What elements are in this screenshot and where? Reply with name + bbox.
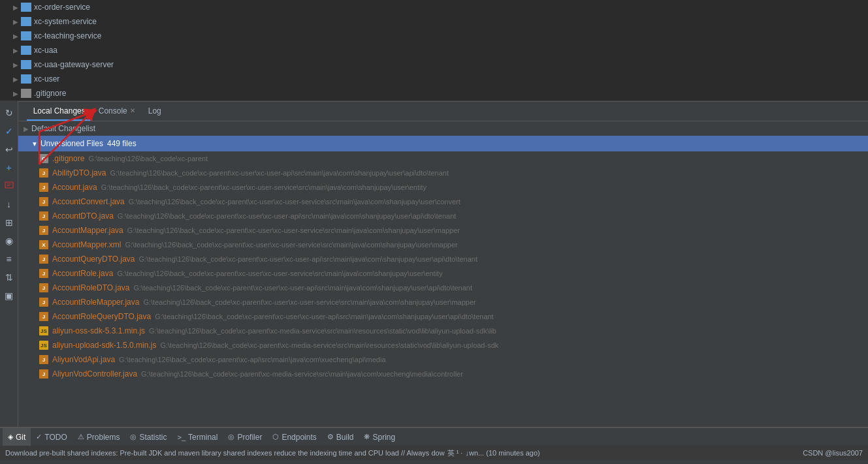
file-path: G:\teaching\126\back_code\xc-parent\xc-u…	[134, 284, 473, 292]
file-row[interactable]: JAccountQueryDTO.javaG:\teaching\126\bac…	[18, 252, 868, 266]
undo-button[interactable]: ↩	[1, 142, 17, 157]
expand-button[interactable]: ⇅	[1, 270, 17, 285]
panel-button[interactable]: ▣	[1, 288, 17, 303]
action-bar: ↻ ✓ ↩ + ↓ ⊞ ◉ ≡ ⇅ ▣	[0, 101, 18, 427]
file-row[interactable]: JAccountRoleQueryDTO.javaG:\teaching\126…	[18, 309, 868, 324]
tree-label: .gitignore	[34, 89, 66, 98]
file-row[interactable]: JAccount.javaG:\teaching\126\back_code\x…	[18, 180, 868, 194]
file-row[interactable]: JAccountDTO.javaG:\teaching\126\back_cod…	[18, 209, 868, 223]
tree-arrow: ▶	[13, 33, 18, 40]
file-name: AbilityDTO.java	[52, 168, 106, 178]
file-path: G:\teaching\126\back_code\xc-parent\xc-u…	[110, 169, 449, 177]
file-row[interactable]: JAliyunVodApi.javaG:\teaching\126\back_c…	[18, 352, 868, 367]
chevron-icon: ▶	[24, 125, 29, 132]
spring-tab-icon: ❋	[364, 433, 370, 441]
file-type-icon: G	[39, 154, 48, 163]
tool-tab-problems[interactable]: ⚠ Problems	[72, 428, 125, 446]
file-row[interactable]: JAccountMapper.javaG:\teaching\126\back_…	[18, 223, 868, 238]
tool-tab-profiler[interactable]: ◎ Profiler	[223, 428, 267, 446]
tab-console[interactable]: Console ✕	[92, 102, 142, 121]
problems-tab-label: Problems	[87, 433, 120, 442]
file-row[interactable]: JAccountConvert.javaG:\teaching\126\back…	[18, 194, 868, 209]
file-path: G:\teaching\126\back_code\xc-parent\xc-m…	[149, 327, 496, 335]
tree-item-xc-teaching-service[interactable]: ▶ xc-teaching-service	[0, 29, 868, 43]
view-button[interactable]: ◉	[1, 233, 17, 249]
file-name: AliyunVodApi.java	[52, 355, 115, 364]
download-button[interactable]: ↓	[1, 196, 17, 212]
tab-console-close[interactable]: ✕	[130, 107, 135, 114]
endpoints-tab-icon: ⬡	[272, 433, 279, 441]
file-row[interactable]: XAccountMapper.xmlG:\teaching\126\back_c…	[18, 238, 868, 252]
tab-log[interactable]: Log	[142, 102, 168, 121]
terminal-tab-icon: >_	[178, 433, 186, 441]
file-row[interactable]: JAccountRole.javaG:\teaching\126\back_co…	[18, 266, 868, 281]
tree-item-xc-order-service[interactable]: ▶ xc-order-service	[0, 0, 868, 14]
changelist-header[interactable]: ▶ Default Changelist	[18, 121, 868, 136]
file-row[interactable]: JAccountRoleMapper.javaG:\teaching\126\b…	[18, 295, 868, 309]
spring-tab-label: Spring	[372, 433, 395, 442]
file-path: G:\teaching\126\back_code\xc-parent\xc-u…	[101, 183, 426, 191]
tool-tab-todo[interactable]: ✓ TODO	[31, 428, 72, 446]
refresh-button[interactable]: ↻	[1, 105, 17, 121]
group-button[interactable]: ⊞	[1, 215, 17, 230]
status-bar: Download pre-built shared indexes: Pre-b…	[0, 446, 868, 460]
build-tab-label: Build	[336, 433, 354, 442]
problems-tab-icon: ⚠	[78, 433, 84, 441]
file-path: G:\teaching\126\back_code\xc-parent\xc-m…	[141, 370, 463, 378]
tree-item-xc-user[interactable]: ▶ xc-user	[0, 72, 868, 86]
tree-arrow: ▶	[13, 76, 18, 83]
sort-button[interactable]: ≡	[1, 251, 17, 267]
file-type-icon: J	[39, 283, 48, 292]
tree-arrow: ▶	[13, 47, 18, 54]
file-name: aliyun-oss-sdk-5.3.1.min.js	[52, 326, 145, 335]
changelist-name: Default Changelist	[31, 124, 95, 133]
todo-tab-icon: ✓	[36, 433, 42, 441]
file-path: G:\teaching\126\back_code\xc-parent\xc-u…	[127, 226, 460, 234]
git-section: Git: Local Changes Console ✕ Log	[0, 101, 868, 121]
tree-item-gitignore[interactable]: ▶ .gitignore	[0, 86, 868, 101]
statistic-tab-label: Statistic	[139, 433, 167, 442]
profiler-tab-label: Profiler	[237, 433, 262, 442]
tree-item-xc-system-service[interactable]: ▶ xc-system-service	[0, 14, 868, 29]
file-path: G:\teaching\126\back_code\xc-parent\xc-u…	[139, 255, 478, 263]
file-name: AccountDTO.java	[52, 211, 114, 221]
status-left: Download pre-built shared indexes: Pre-b…	[5, 448, 540, 458]
tree-label: xc-uaa	[34, 46, 57, 55]
tool-tab-git[interactable]: ◈ Git	[3, 428, 31, 446]
comment-button[interactable]	[1, 178, 17, 194]
file-type-icon: J	[39, 197, 48, 206]
check-button[interactable]: ✓	[1, 123, 17, 139]
file-name: Account.java	[52, 183, 97, 192]
tree-item-xc-uaa-gateway-server[interactable]: ▶ xc-uaa-gateway-server	[0, 57, 868, 72]
add-button[interactable]: +	[1, 160, 17, 176]
tree-arrow: ▶	[13, 4, 18, 11]
file-row[interactable]: JAbilityDTO.javaG:\teaching\126\back_cod…	[18, 166, 868, 180]
status-right-text: ↓wn... (10 minutes ago)	[465, 449, 539, 457]
folder-icon	[21, 3, 31, 12]
unversioned-label: Unversioned Files	[40, 139, 103, 148]
tool-tab-build[interactable]: ⚙ Build	[322, 428, 359, 446]
file-row[interactable]: JSaliyun-upload-sdk-1.5.0.min.jsG:\teach…	[18, 338, 868, 352]
tool-tab-endpoints[interactable]: ⬡ Endpoints	[267, 428, 321, 446]
file-row[interactable]: JSaliyun-oss-sdk-5.3.1.min.jsG:\teaching…	[18, 324, 868, 338]
terminal-tab-label: Terminal	[188, 433, 217, 442]
file-name: AccountRoleMapper.java	[52, 298, 139, 307]
file-type-icon: JS	[39, 326, 48, 335]
file-row[interactable]: G.gitignoreG:\teaching\126\back_code\xc-…	[18, 151, 868, 166]
file-path: G:\teaching\126\back_code\xc-parent\xc-u…	[125, 241, 457, 249]
tree-arrow: ▶	[13, 61, 18, 69]
tool-tab-terminal[interactable]: >_ Terminal	[172, 428, 223, 446]
file-row[interactable]: JAliyunVodController.javaG:\teaching\126…	[18, 367, 868, 381]
unversioned-files-row[interactable]: ▼ Unversioned Files 449 files	[18, 136, 868, 151]
file-name: aliyun-upload-sdk-1.5.0.min.js	[52, 341, 156, 350]
file-type-icon: J	[39, 255, 48, 264]
tool-tab-spring[interactable]: ❋ Spring	[359, 428, 400, 446]
tab-local-changes[interactable]: Local Changes	[27, 102, 92, 121]
folder-icon	[21, 74, 31, 84]
tree-item-xc-uaa[interactable]: ▶ xc-uaa	[0, 43, 868, 57]
file-name: AccountQueryDTO.java	[52, 255, 135, 264]
file-row[interactable]: JAccountRoleDTO.javaG:\teaching\126\back…	[18, 281, 868, 295]
file-path: G:\teaching\126\back_code\xc-parent\xc-u…	[129, 198, 460, 206]
tool-tab-statistic[interactable]: ◎ Statistic	[125, 428, 172, 446]
file-type-icon: JS	[39, 341, 48, 350]
